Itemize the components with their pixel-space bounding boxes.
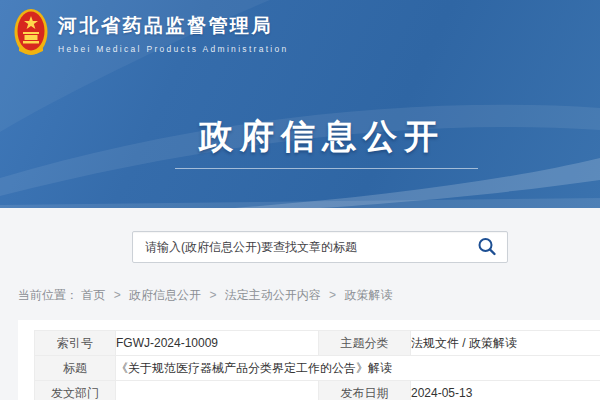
table-row: 标题 《关于规范医疗器械产品分类界定工作的公告》解读 [35, 356, 600, 381]
field-value-issuing-department [116, 381, 319, 400]
field-label-publish-date: 发布日期 [319, 381, 411, 400]
search-icon [476, 236, 498, 258]
page: 河北省药品监督管理局 Hebei Medical Products Admini… [0, 0, 600, 400]
field-value-publish-date: 2024-05-13 [411, 381, 600, 400]
breadcrumb-item-policy-interpretation[interactable]: 政策解读 [344, 288, 392, 302]
field-label-index-no: 索引号 [35, 331, 116, 356]
document-info-panel: 索引号 FGWJ-2024-10009 主题分类 法规文件 / 政策解读 标题 … [18, 320, 600, 400]
banner-underline [175, 168, 478, 169]
field-value-title: 《关于规范医疗器械产品分类界定工作的公告》解读 [116, 356, 600, 381]
breadcrumb-separator: > [114, 288, 121, 302]
field-value-index-no: FGWJ-2024-10009 [116, 331, 319, 356]
banner-title: 政府信息公开 [22, 114, 600, 160]
breadcrumb: 当前位置： 首页 > 政府信息公开 > 法定主动公开内容 > 政策解读 [18, 287, 392, 304]
table-row: 发文部门 发布日期 2024-05-13 [35, 381, 600, 400]
china-national-emblem-icon [14, 8, 48, 58]
breadcrumb-item-home[interactable]: 首页 [81, 288, 105, 302]
site-name-en: Hebei Medical Products Administration [58, 44, 289, 54]
breadcrumb-prefix: 当前位置： [18, 288, 78, 302]
search-box [132, 231, 508, 263]
search-input[interactable] [133, 232, 507, 262]
breadcrumb-item-statutory-disclosure[interactable]: 法定主动公开内容 [225, 288, 321, 302]
table-row: 索引号 FGWJ-2024-10009 主题分类 法规文件 / 政策解读 [35, 331, 600, 356]
site-name-zh: 河北省药品监督管理局 [58, 13, 289, 39]
field-label-topic-category: 主题分类 [319, 331, 411, 356]
hero-banner: 河北省药品监督管理局 Hebei Medical Products Admini… [0, 0, 600, 208]
field-label-issuing-department: 发文部门 [35, 381, 116, 400]
document-info-table: 索引号 FGWJ-2024-10009 主题分类 法规文件 / 政策解读 标题 … [34, 330, 600, 400]
breadcrumb-item-gov-info[interactable]: 政府信息公开 [129, 288, 201, 302]
breadcrumb-separator: > [329, 288, 336, 302]
field-label-title: 标题 [35, 356, 116, 381]
site-brand[interactable]: 河北省药品监督管理局 Hebei Medical Products Admini… [14, 8, 289, 58]
breadcrumb-separator: > [209, 288, 216, 302]
site-name: 河北省药品监督管理局 Hebei Medical Products Admini… [58, 13, 289, 54]
field-value-topic-category: 法规文件 / 政策解读 [411, 331, 600, 356]
search-button[interactable] [475, 236, 499, 260]
